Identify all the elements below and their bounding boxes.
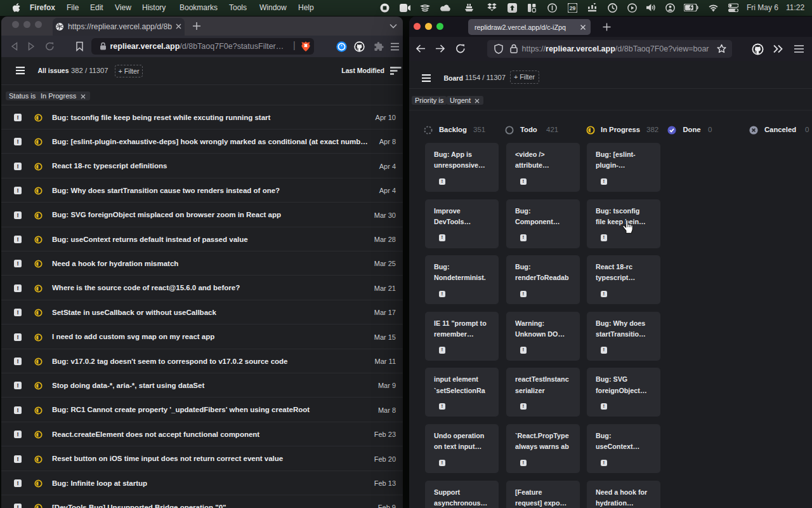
svg-text:29: 29 xyxy=(570,5,576,11)
